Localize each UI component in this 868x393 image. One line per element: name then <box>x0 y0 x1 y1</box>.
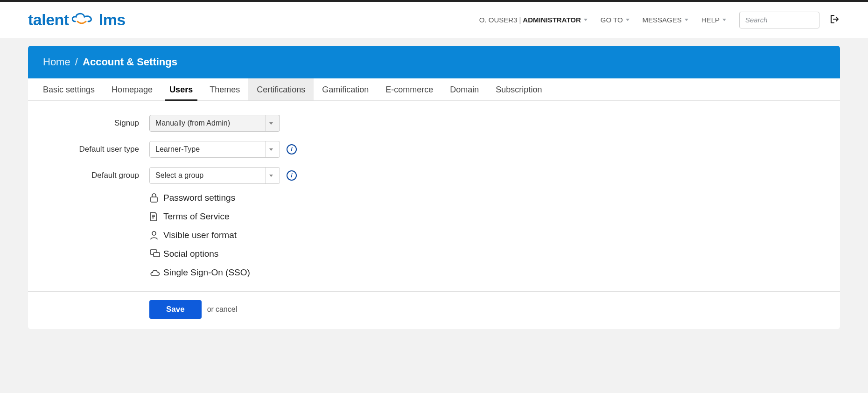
info-icon[interactable]: i <box>287 170 297 181</box>
user-role-block[interactable]: O. OUSER3 | ADMINISTRATOR <box>479 16 588 24</box>
nav-goto-label: GO TO <box>601 16 623 24</box>
label-default-group: Default group <box>28 171 149 180</box>
user-role-separator: | <box>519 16 521 24</box>
section-visible-user-format[interactable]: Visible user format <box>28 226 840 245</box>
nav-help[interactable]: HELP <box>701 16 726 24</box>
tab-subscription[interactable]: Subscription <box>487 78 550 100</box>
tab-certifications[interactable]: Certifications <box>248 78 314 100</box>
chat-icon <box>149 249 163 259</box>
cloud-icon <box>149 268 163 277</box>
select-default-group-value: Select a group <box>155 171 203 180</box>
row-default-user-type: Default user type Learner-Type i <box>28 136 840 162</box>
logo[interactable]: talent lms <box>28 11 126 29</box>
nav-help-label: HELP <box>701 16 720 24</box>
dropdown-arrow-icon <box>266 168 276 183</box>
tab-homepage[interactable]: Homepage <box>103 78 161 100</box>
select-default-user-type-value: Learner-Type <box>155 145 200 154</box>
section-social-options[interactable]: Social options <box>28 245 840 263</box>
row-default-group: Default group Select a group i <box>28 162 840 189</box>
breadcrumb-separator: / <box>75 56 78 68</box>
username: O. OUSER3 <box>479 16 518 24</box>
document-icon <box>149 211 163 222</box>
label-default-user-type: Default user type <box>28 145 149 154</box>
breadcrumb-home-link[interactable]: Home <box>43 56 70 68</box>
or-text: or <box>207 305 214 314</box>
tab-themes[interactable]: Themes <box>201 78 248 100</box>
lock-icon <box>149 193 163 203</box>
users-form: Signup Manually (from Admin) Default use… <box>28 101 840 292</box>
chevron-down-icon <box>685 19 688 21</box>
nav-messages[interactable]: MESSAGES <box>643 16 688 24</box>
tabs: Basic settings Homepage Users Themes Cer… <box>28 78 840 101</box>
nav-goto[interactable]: GO TO <box>601 16 630 24</box>
section-visible-user-format-label: Visible user format <box>163 230 237 240</box>
row-signup: Signup Manually (from Admin) <box>28 110 840 136</box>
section-terms-of-service[interactable]: Terms of Service <box>28 207 840 226</box>
section-sso[interactable]: Single Sign-On (SSO) <box>28 263 840 282</box>
tab-users[interactable]: Users <box>161 78 201 100</box>
search-input[interactable] <box>739 12 819 28</box>
settings-panel: Home / Account & Settings Basic settings… <box>28 46 840 329</box>
nav-messages-label: MESSAGES <box>643 16 682 24</box>
tab-gamification[interactable]: Gamification <box>314 78 377 100</box>
cancel-link[interactable]: cancel <box>216 305 237 314</box>
select-signup[interactable]: Manually (from Admin) <box>149 115 280 132</box>
logo-talent-text: talent <box>28 11 69 29</box>
header-right: O. OUSER3 | ADMINISTRATOR GO TO MESSAGES… <box>479 12 840 28</box>
breadcrumb: Home / Account & Settings <box>28 46 840 78</box>
dropdown-arrow-icon <box>266 115 276 131</box>
svg-rect-3 <box>154 253 160 257</box>
logo-lms-text: lms <box>99 11 126 29</box>
section-sso-label: Single Sign-On (SSO) <box>163 267 250 278</box>
header: talent lms O. OUSER3 | ADMINISTRATOR GO … <box>0 2 868 38</box>
info-icon[interactable]: i <box>287 144 297 154</box>
section-password-settings[interactable]: Password settings <box>28 189 840 207</box>
footer-actions: Save or cancel <box>28 292 840 329</box>
tab-ecommerce[interactable]: E-commerce <box>377 78 441 100</box>
dropdown-arrow-icon <box>266 141 276 157</box>
logo-cloud-icon <box>70 11 98 29</box>
logout-icon[interactable] <box>830 14 840 25</box>
current-role: ADMINISTRATOR <box>523 16 581 24</box>
select-default-user-type[interactable]: Learner-Type <box>149 141 280 158</box>
page-title: Account & Settings <box>83 56 177 68</box>
section-password-settings-label: Password settings <box>163 193 235 203</box>
section-terms-of-service-label: Terms of Service <box>163 211 229 222</box>
tab-domain[interactable]: Domain <box>441 78 487 100</box>
svg-point-1 <box>152 232 156 235</box>
save-button[interactable]: Save <box>149 300 202 319</box>
svg-rect-0 <box>151 197 157 202</box>
tab-basic-settings[interactable]: Basic settings <box>35 78 103 100</box>
section-social-options-label: Social options <box>163 249 218 259</box>
user-icon <box>149 230 163 240</box>
select-default-group[interactable]: Select a group <box>149 167 280 184</box>
select-signup-value: Manually (from Admin) <box>155 119 230 127</box>
content: Home / Account & Settings Basic settings… <box>0 38 868 348</box>
chevron-down-icon <box>626 19 630 21</box>
chevron-down-icon <box>584 19 588 21</box>
chevron-down-icon <box>722 19 726 21</box>
label-signup: Signup <box>28 119 149 128</box>
